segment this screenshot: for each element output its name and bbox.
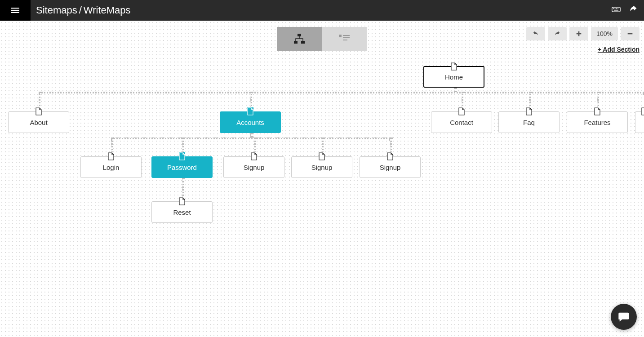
list-view-button[interactable] xyxy=(322,27,367,51)
svg-rect-1 xyxy=(11,10,19,11)
redo-icon xyxy=(554,30,561,37)
page-icon xyxy=(641,107,644,115)
page-icon xyxy=(179,197,185,205)
tree-icon xyxy=(292,32,306,46)
node-label: About xyxy=(30,119,47,126)
page-icon xyxy=(526,107,532,115)
breadcrumb-separator: / xyxy=(79,4,82,16)
node-about[interactable]: About xyxy=(8,111,69,133)
svg-rect-8 xyxy=(614,10,618,11)
node-features[interactable]: Features xyxy=(567,111,628,133)
page-icon xyxy=(179,152,185,160)
svg-rect-18 xyxy=(628,33,633,35)
svg-rect-10 xyxy=(294,41,298,44)
undo-button[interactable] xyxy=(526,27,545,40)
node-faq[interactable]: Faq xyxy=(498,111,560,133)
svg-rect-5 xyxy=(615,9,616,9)
svg-rect-6 xyxy=(616,9,617,9)
page-icon xyxy=(451,62,457,71)
redo-button[interactable] xyxy=(548,27,567,40)
page-icon xyxy=(458,107,465,115)
node-label: Login xyxy=(103,164,120,171)
app-header: Sitemaps / WriteMaps xyxy=(0,0,644,21)
page-icon xyxy=(387,152,393,160)
node-login[interactable]: Login xyxy=(80,156,142,178)
svg-rect-15 xyxy=(343,40,347,40)
node-label: Contact xyxy=(450,119,473,126)
node-password[interactable]: Password xyxy=(151,156,213,178)
node-contact[interactable]: Contact xyxy=(431,111,492,133)
node-accounts[interactable]: Accounts xyxy=(220,111,281,133)
node-label: Accounts xyxy=(236,119,264,126)
hamburger-icon xyxy=(11,6,19,14)
keyboard-icon xyxy=(612,5,621,14)
keyboard-shortcuts-button[interactable] xyxy=(612,5,621,16)
node-home[interactable]: Home xyxy=(423,66,484,88)
svg-rect-9 xyxy=(298,34,301,36)
svg-rect-3 xyxy=(612,7,620,12)
node-signup-1[interactable]: Signup xyxy=(223,156,284,178)
node-label: Signup xyxy=(380,164,401,171)
tree-view-button[interactable] xyxy=(277,27,322,51)
svg-rect-4 xyxy=(613,9,614,9)
svg-rect-0 xyxy=(11,8,19,9)
sitemap-canvas[interactable]: 100% + Add Section Home About Accounts xyxy=(0,21,644,337)
node-label: Faq xyxy=(523,119,535,126)
zoom-level: 100% xyxy=(591,27,618,40)
canvas-controls: 100% xyxy=(526,27,640,40)
node-signup-2[interactable]: Signup xyxy=(291,156,352,178)
breadcrumb-root[interactable]: Sitemaps xyxy=(36,4,77,16)
page-icon xyxy=(108,152,114,160)
svg-rect-14 xyxy=(343,37,350,38)
page-icon xyxy=(251,152,257,160)
chat-icon xyxy=(617,310,630,323)
svg-rect-7 xyxy=(617,9,618,9)
share-icon xyxy=(629,5,638,14)
breadcrumb-current: WriteMaps xyxy=(84,4,131,16)
node-label: Features xyxy=(584,119,610,126)
page-icon xyxy=(594,107,600,115)
page-icon xyxy=(319,152,325,160)
view-toggle xyxy=(277,27,367,51)
chat-button[interactable] xyxy=(611,304,637,330)
zoom-out-button[interactable] xyxy=(621,27,640,40)
page-icon xyxy=(247,107,253,115)
svg-rect-11 xyxy=(301,41,305,44)
node-edge[interactable] xyxy=(635,111,644,133)
share-button[interactable] xyxy=(629,5,638,16)
plus-icon xyxy=(575,30,582,37)
breadcrumb: Sitemaps / WriteMaps xyxy=(36,4,131,16)
add-section-link[interactable]: + Add Section xyxy=(598,46,640,53)
undo-icon xyxy=(532,30,539,37)
node-label: Signup xyxy=(244,164,265,171)
list-icon xyxy=(337,32,351,46)
svg-rect-12 xyxy=(339,35,342,37)
node-label: Home xyxy=(445,73,463,81)
menu-button[interactable] xyxy=(0,0,31,21)
page-icon xyxy=(36,107,42,115)
node-label: Signup xyxy=(311,164,333,171)
svg-rect-13 xyxy=(343,35,350,36)
minus-icon xyxy=(626,30,634,37)
svg-rect-2 xyxy=(11,12,19,13)
svg-rect-17 xyxy=(577,33,582,35)
header-actions xyxy=(612,0,638,21)
node-reset[interactable]: Reset xyxy=(151,201,213,223)
node-label: Reset xyxy=(173,208,191,216)
node-signup-3[interactable]: Signup xyxy=(360,156,421,178)
node-label: Password xyxy=(167,164,197,171)
zoom-in-button[interactable] xyxy=(569,27,588,40)
